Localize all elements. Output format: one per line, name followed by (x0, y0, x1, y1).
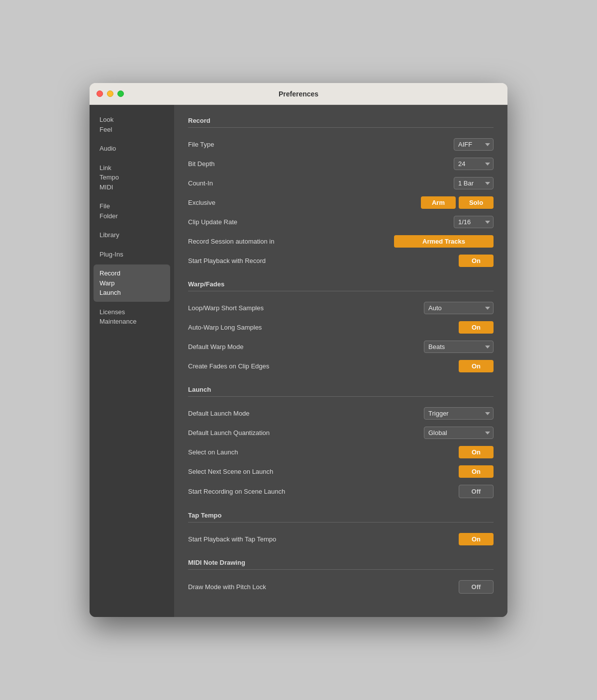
sidebar-item-link-tempo-midi[interactable]: LinkTempoMIDI (94, 159, 170, 196)
sidebar-item-file-folder[interactable]: FileFolder (94, 197, 170, 225)
start-playback-record-control: On (459, 255, 494, 267)
default-warp-mode-label: Default Warp Mode (188, 343, 424, 350)
armed-tracks-button[interactable]: Armed Tracks (394, 235, 494, 248)
file-type-row: File Type AIFF WAV FLAC (188, 135, 494, 154)
loop-warp-short-control: Auto Always Never (424, 302, 494, 314)
start-playback-tap-label: Start Playback with Tap Tempo (188, 535, 459, 543)
default-launch-quantization-label: Default Launch Quantization (188, 429, 424, 437)
default-warp-mode-row: Default Warp Mode Beats Tones Texture Re… (188, 337, 494, 356)
launch-section-header: Launch (188, 386, 494, 397)
main-panel: Record File Type AIFF WAV FLAC Bit Depth (174, 105, 507, 617)
file-type-control: AIFF WAV FLAC (454, 138, 494, 151)
preferences-window: Preferences LookFeel Audio LinkTempoMIDI… (90, 83, 507, 617)
default-launch-quantization-row: Default Launch Quantization Global None … (188, 423, 494, 442)
select-next-scene-row: Select Next Scene on Launch On (188, 462, 494, 481)
midi-note-drawing-section: MIDI Note Drawing Draw Mode with Pitch L… (188, 559, 494, 597)
midi-note-drawing-section-header: MIDI Note Drawing (188, 559, 494, 570)
start-recording-scene-label: Start Recording on Scene Launch (188, 488, 459, 495)
minimize-button[interactable] (107, 90, 113, 97)
select-on-launch-row: Select on Launch On (188, 442, 494, 462)
draw-mode-pitch-lock-row: Draw Mode with Pitch Lock Off (188, 577, 494, 597)
default-launch-mode-label: Default Launch Mode (188, 410, 424, 417)
start-playback-tap-control: On (459, 533, 494, 545)
auto-warp-long-control: On (459, 321, 494, 334)
loop-warp-short-dropdown[interactable]: Auto Always Never (424, 302, 494, 314)
loop-warp-short-label: Loop/Warp Short Samples (188, 304, 424, 312)
launch-section: Launch Default Launch Mode Trigger Gate … (188, 386, 494, 502)
tap-tempo-section-header: Tap Tempo (188, 512, 494, 523)
create-fades-label: Create Fades on Clip Edges (188, 362, 459, 370)
default-warp-mode-control: Beats Tones Texture Re-Pitch Complex Com… (424, 341, 494, 353)
bit-depth-label: Bit Depth (188, 160, 454, 168)
titlebar: Preferences (90, 83, 507, 105)
auto-warp-long-row: Auto-Warp Long Samples On (188, 318, 494, 337)
draw-mode-pitch-lock-control: Off (459, 580, 494, 594)
start-recording-scene-row: Start Recording on Scene Launch Off (188, 481, 494, 502)
exclusive-control: Arm Solo (421, 196, 494, 209)
start-playback-record-row: Start Playback with Record On (188, 251, 494, 270)
select-next-scene-label: Select Next Scene on Launch (188, 468, 459, 475)
file-type-dropdown[interactable]: AIFF WAV FLAC (454, 138, 494, 151)
sidebar-item-plug-ins[interactable]: Plug-Ins (94, 246, 170, 263)
select-on-launch-button[interactable]: On (459, 446, 494, 458)
auto-warp-long-label: Auto-Warp Long Samples (188, 324, 459, 331)
default-launch-mode-control: Trigger Gate Toggle Repeat (424, 407, 494, 420)
window-title: Preferences (279, 90, 318, 98)
sidebar: LookFeel Audio LinkTempoMIDI FileFolder … (90, 105, 174, 617)
warp-fades-section: Warp/Fades Loop/Warp Short Samples Auto … (188, 280, 494, 376)
close-button[interactable] (97, 90, 103, 97)
start-recording-scene-button[interactable]: Off (459, 485, 494, 498)
sidebar-item-library[interactable]: Library (94, 226, 170, 244)
start-playback-tap-row: Start Playback with Tap Tempo On (188, 529, 494, 549)
default-launch-mode-row: Default Launch Mode Trigger Gate Toggle … (188, 404, 494, 423)
exclusive-label: Exclusive (188, 199, 421, 206)
start-playback-record-label: Start Playback with Record (188, 257, 459, 264)
bit-depth-row: Bit Depth 16 24 32 (188, 154, 494, 174)
default-launch-quantization-control: Global None 8 Bars 4 Bars 2 Bars 1 Bar 1… (424, 427, 494, 439)
start-recording-scene-control: Off (459, 485, 494, 498)
auto-warp-long-button[interactable]: On (459, 321, 494, 334)
count-in-label: Count-In (188, 179, 454, 187)
create-fades-row: Create Fades on Clip Edges On (188, 356, 494, 376)
select-next-scene-control: On (459, 465, 494, 478)
tap-tempo-section: Tap Tempo Start Playback with Tap Tempo … (188, 512, 494, 549)
start-playback-record-button[interactable]: On (459, 255, 494, 267)
warp-fades-section-header: Warp/Fades (188, 280, 494, 291)
default-launch-mode-dropdown[interactable]: Trigger Gate Toggle Repeat (424, 407, 494, 420)
exclusive-row: Exclusive Arm Solo (188, 193, 494, 212)
record-session-automation-control: Armed Tracks (394, 235, 494, 248)
create-fades-button[interactable]: On (459, 360, 494, 372)
clip-update-rate-label: Clip Update Rate (188, 218, 454, 226)
file-type-label: File Type (188, 141, 454, 148)
default-warp-mode-dropdown[interactable]: Beats Tones Texture Re-Pitch Complex Com… (424, 341, 494, 353)
traffic-lights (97, 90, 124, 97)
clip-update-rate-dropdown[interactable]: 1/8 1/16 1/32 (454, 216, 494, 228)
select-next-scene-button[interactable]: On (459, 465, 494, 478)
select-on-launch-control: On (459, 446, 494, 458)
sidebar-item-record-warp-launch[interactable]: RecordWarpLaunch (94, 264, 170, 302)
sidebar-item-licenses-maintenance[interactable]: LicensesMaintenance (94, 303, 170, 331)
exclusive-arm-button[interactable]: Arm (421, 196, 456, 209)
count-in-dropdown[interactable]: None 1 Bar 2 Bars 4 Bars (454, 177, 494, 189)
maximize-button[interactable] (117, 90, 124, 97)
clip-update-rate-control: 1/8 1/16 1/32 (454, 216, 494, 228)
default-launch-quantization-dropdown[interactable]: Global None 8 Bars 4 Bars 2 Bars 1 Bar 1… (424, 427, 494, 439)
loop-warp-short-row: Loop/Warp Short Samples Auto Always Neve… (188, 298, 494, 318)
record-session-automation-label: Record Session automation in (188, 238, 394, 245)
draw-mode-pitch-lock-label: Draw Mode with Pitch Lock (188, 583, 459, 591)
create-fades-control: On (459, 360, 494, 372)
record-section: Record File Type AIFF WAV FLAC Bit Depth (188, 117, 494, 270)
record-session-automation-row: Record Session automation in Armed Track… (188, 232, 494, 251)
clip-update-rate-row: Clip Update Rate 1/8 1/16 1/32 (188, 212, 494, 232)
exclusive-solo-button[interactable]: Solo (459, 196, 494, 209)
select-on-launch-label: Select on Launch (188, 448, 459, 456)
count-in-row: Count-In None 1 Bar 2 Bars 4 Bars (188, 174, 494, 193)
content-area: LookFeel Audio LinkTempoMIDI FileFolder … (90, 105, 507, 617)
sidebar-item-look-feel[interactable]: LookFeel (94, 111, 170, 138)
draw-mode-pitch-lock-button[interactable]: Off (459, 580, 494, 594)
sidebar-item-audio[interactable]: Audio (94, 140, 170, 158)
count-in-control: None 1 Bar 2 Bars 4 Bars (454, 177, 494, 189)
record-section-header: Record (188, 117, 494, 128)
start-playback-tap-button[interactable]: On (459, 533, 494, 545)
bit-depth-dropdown[interactable]: 16 24 32 (454, 158, 494, 170)
